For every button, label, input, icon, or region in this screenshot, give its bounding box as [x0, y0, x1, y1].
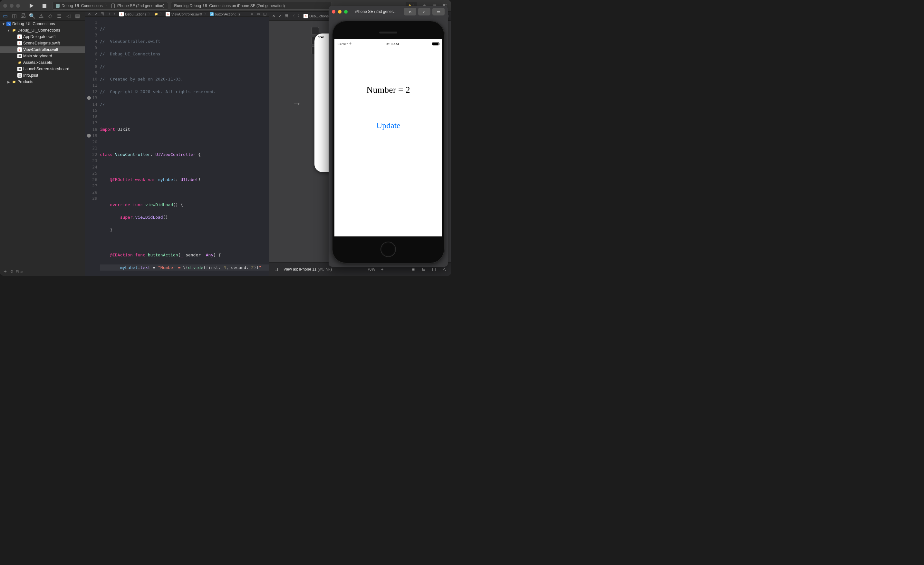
file-row[interactable]: ▦ LaunchScreen.storyboard: [0, 66, 85, 72]
close-tab-icon[interactable]: ✕: [271, 14, 276, 18]
embed-in-icon[interactable]: ▣: [411, 267, 416, 272]
file-tree[interactable]: ▼ A Debug_UI_Connections ▼ 📁 Debug_UI_Co…: [0, 21, 85, 267]
folder-icon: 📁: [12, 79, 16, 84]
sim-zoom-dot[interactable]: [344, 10, 348, 13]
scheme-project-label: Debug_UI_Connections: [62, 3, 102, 8]
run-button[interactable]: [26, 2, 37, 10]
debug-navigator-icon[interactable]: ☰: [57, 13, 62, 19]
expand-icon[interactable]: ⤢: [278, 14, 282, 18]
sim-time: 3:10 AM: [386, 42, 399, 46]
camera-icon: ⌂̶: [409, 9, 411, 14]
resolve-constraints-icon[interactable]: △: [441, 267, 447, 272]
chevron-right-icon: 〉: [105, 3, 109, 8]
swift-file-icon: s: [166, 12, 170, 16]
sim-minimize-dot[interactable]: [338, 10, 342, 13]
related-items-icon[interactable]: 田: [284, 14, 289, 18]
related-items-icon[interactable]: 田: [100, 12, 104, 16]
navigator-tabs: ▭ ◫ 品 🔍 ⚠ ◇ ☰ ◁ ▤: [0, 12, 85, 21]
disclosure-triangle-icon[interactable]: ▶: [7, 80, 10, 84]
carrier-group: Carrier ᯤ: [338, 41, 353, 46]
disclosure-triangle-icon[interactable]: ▼: [2, 22, 5, 26]
jump-bar[interactable]: ✕ ⤢ 田 〈 〉 s Debu…ctions 〉 📁 〉 s ViewCont…: [85, 12, 269, 17]
stop-icon: [42, 4, 46, 8]
file-row[interactable]: s AppDelegate.swift: [0, 33, 85, 40]
simulator-window[interactable]: iPhone SE (2nd gener… ⌂̶ ⌂ ▭ Carrier ᯤ 3…: [328, 6, 448, 267]
products-group[interactable]: ▶ 📁 Products: [0, 79, 85, 85]
wifi-icon: ᯤ: [349, 41, 353, 46]
filter-scope-icon[interactable]: ⊙: [10, 269, 13, 273]
test-navigator-icon[interactable]: ◇: [48, 13, 53, 19]
chevron-right-icon: 〉: [160, 12, 164, 16]
products-label: Products: [17, 79, 33, 84]
file-label: Info.plist: [23, 73, 38, 78]
align-icon[interactable]: ⊟: [421, 267, 426, 272]
stop-button[interactable]: [39, 2, 50, 10]
forward-icon[interactable]: 〉: [297, 14, 302, 18]
device-home-button[interactable]: [381, 241, 396, 257]
minimize-window-dot[interactable]: [10, 4, 14, 8]
breakpoint-navigator-icon[interactable]: ◁: [66, 13, 71, 19]
document-outline-toggle-icon[interactable]: ◻: [273, 267, 279, 272]
file-row[interactable]: ▤ Info.plist: [0, 72, 85, 79]
simulator-screen[interactable]: Carrier ᯤ 3:10 AM Number = 2 Update: [334, 39, 442, 237]
method-symbol-icon: M: [210, 12, 214, 16]
storyboard-file-icon: ▦: [17, 67, 22, 71]
zoom-level[interactable]: 76%: [367, 267, 375, 271]
adjust-editor-icon[interactable]: ▭: [256, 12, 261, 16]
file-label: LaunchScreen.storyboard: [23, 67, 69, 71]
back-icon[interactable]: 〈: [106, 12, 111, 16]
forward-icon[interactable]: 〉: [113, 12, 117, 16]
group-folder[interactable]: ▼ 📁 Debug_UI_Connections: [0, 27, 85, 33]
source-control-navigator-icon[interactable]: ◫: [12, 13, 17, 19]
window-controls: [3, 4, 20, 8]
expand-icon[interactable]: ⤢: [93, 12, 98, 16]
screenshot-button[interactable]: ⌂̶: [404, 8, 416, 15]
report-navigator-icon[interactable]: ▤: [75, 13, 80, 19]
update-button[interactable]: Update: [376, 121, 400, 130]
result-label: Number = 2: [366, 85, 410, 95]
sim-close-dot[interactable]: [332, 10, 335, 13]
view-as-label[interactable]: View as: iPhone 11 (wC hR): [284, 267, 332, 271]
scheme-selector[interactable]: Debug_UI_Connections 〉 iPhone SE (2nd ge…: [52, 2, 168, 10]
folder-icon: 📁: [154, 12, 158, 16]
add-editor-icon[interactable]: ◫: [262, 12, 267, 16]
close-tab-icon[interactable]: ✕: [87, 12, 92, 16]
zoom-window-dot[interactable]: [16, 4, 20, 8]
close-window-dot[interactable]: [3, 4, 7, 8]
file-row[interactable]: 📁 Assets.xcassets: [0, 59, 85, 66]
phone-icon: [111, 3, 115, 8]
home-button[interactable]: ⌂: [418, 8, 430, 15]
assistant-file-label: Deb…ctions: [309, 14, 328, 18]
sim-status-bar: Carrier ᯤ 3:10 AM: [334, 41, 442, 46]
add-button[interactable]: ＋: [3, 268, 8, 275]
simulator-device-frame: Carrier ᯤ 3:10 AM Number = 2 Update: [332, 21, 445, 264]
back-icon[interactable]: 〈: [291, 14, 295, 18]
assets-folder-icon: 📁: [17, 60, 22, 65]
project-navigator-icon[interactable]: ▭: [3, 13, 8, 19]
file-row-selected[interactable]: s ViewController.swift: [0, 46, 85, 53]
storyboard-entry-arrow-icon[interactable]: →: [292, 98, 302, 109]
file-row[interactable]: s SceneDelegate.swift: [0, 40, 85, 46]
scheme-device-label: iPhone SE (2nd generation): [117, 3, 164, 8]
rotate-button[interactable]: ▭: [432, 8, 445, 15]
line-gutter[interactable]: 1234 5678 9101112 13141516 171819 202122…: [85, 17, 100, 276]
filter-input[interactable]: [16, 270, 82, 273]
code-editor[interactable]: 1234 5678 9101112 13141516 171819 202122…: [85, 17, 269, 276]
svg-rect-1: [42, 4, 46, 8]
preview-time: 9:41: [318, 36, 324, 39]
zoom-in-icon[interactable]: ＋: [380, 267, 386, 272]
file-row[interactable]: ▦ Main.storyboard: [0, 53, 85, 59]
jump-path[interactable]: s Debu…ctions 〉 📁 〉 s ViewController.swi…: [119, 12, 240, 16]
issue-navigator-icon[interactable]: ⚠: [39, 13, 44, 19]
line-wrap-icon[interactable]: ≡: [250, 12, 254, 16]
zoom-out-icon[interactable]: −: [357, 267, 363, 272]
disclosure-triangle-icon[interactable]: ▼: [7, 28, 10, 32]
find-navigator-icon[interactable]: 🔍: [30, 13, 35, 19]
simulator-toolbar-buttons: ⌂̶ ⌂ ▭: [404, 8, 445, 15]
project-root[interactable]: ▼ A Debug_UI_Connections: [0, 21, 85, 27]
navigator-panel: ▭ ◫ 品 🔍 ⚠ ◇ ☰ ◁ ▤ ▼ A Debug_UI_Connectio…: [0, 12, 85, 276]
pin-constraints-icon[interactable]: ◫: [431, 267, 437, 272]
symbol-navigator-icon[interactable]: 品: [21, 13, 26, 19]
code-content[interactable]: // // ViewController.swift // Debug_UI_C…: [100, 17, 269, 276]
project-root-label: Debug_UI_Connections: [12, 22, 55, 26]
